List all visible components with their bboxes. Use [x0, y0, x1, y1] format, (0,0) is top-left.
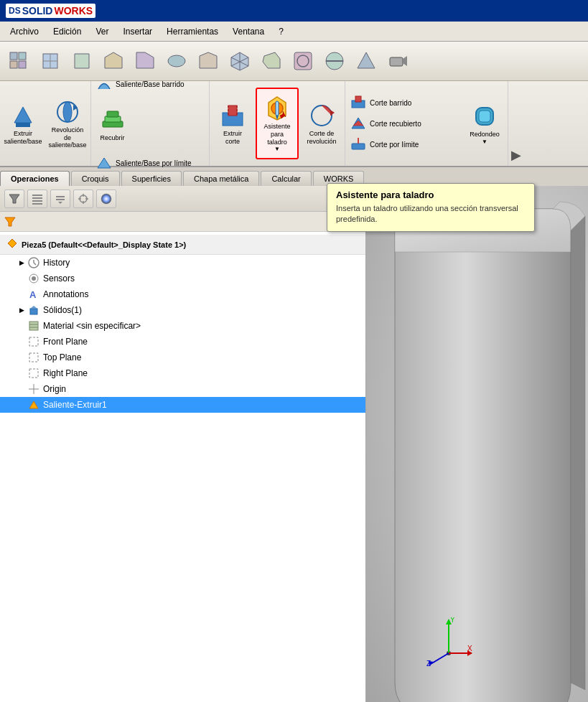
filter-icon	[4, 216, 16, 228]
tab-chapa-metálica[interactable]: Chapa metálica	[183, 171, 259, 186]
tree-item-sensors[interactable]: Sensors	[0, 271, 365, 286]
menu-item-ver[interactable]: Ver	[88, 24, 116, 39]
tree-item-annotations[interactable]: AAnnotations	[0, 286, 365, 302]
view-left-icon[interactable]	[131, 47, 159, 75]
svg-rect-34	[228, 106, 237, 116]
menu-item-ventana[interactable]: Ventana	[225, 24, 271, 39]
svg-rect-80	[29, 353, 38, 362]
menu-item-edición[interactable]: Edición	[46, 24, 88, 39]
tree-item-saliente-extruir1[interactable]: Saliente-Extruir1	[0, 397, 365, 413]
svg-rect-79	[29, 337, 38, 346]
svg-marker-67	[8, 239, 17, 248]
tree-expand-arrow	[17, 337, 26, 346]
ribbon-group-sweep: Saliente/Base barrido Recubrir	[91, 81, 210, 166]
view-front-icon[interactable]	[36, 47, 65, 75]
svg-text:X: X	[467, 645, 472, 652]
svg-marker-23	[403, 56, 407, 66]
menu-bar: ArchivoEdiciónVerInsertarHerramientasVen…	[0, 22, 588, 42]
tree-expand-arrow[interactable]: ▶	[17, 258, 26, 267]
menu-item-insertar[interactable]: Insertar	[116, 24, 159, 39]
tree-item-origin[interactable]: Origin	[0, 381, 365, 397]
tree-item-material[interactable]: Material <sin especificar>	[0, 318, 365, 334]
saliente-limite-button[interactable]: Saliente/Base por límite	[93, 153, 207, 173]
svg-rect-1	[19, 52, 26, 60]
revolucion-saliente-button[interactable]: Revolucióndesaliente/base	[46, 88, 89, 159]
recubrir-button[interactable]: Recubrir	[93, 95, 132, 152]
tree-item-top-plane[interactable]: Top Plane	[0, 350, 365, 365]
tree-item-icon-top-plane	[27, 351, 40, 364]
tree-item-label-sensors: Sensors	[43, 273, 75, 284]
3d-part	[366, 186, 588, 702]
asistente-taladro-button[interactable]: Asistente para taladro ▼	[256, 88, 299, 159]
menu-item-archivo[interactable]: Archivo	[3, 24, 46, 39]
corte-revolucion-button[interactable]: Corte derevolución	[300, 88, 343, 159]
svg-point-71	[32, 276, 36, 281]
tabs-container: OperacionesCroquisSuperficiesChapa metál…	[0, 171, 365, 186]
view-top-icon[interactable]	[162, 47, 191, 75]
filter-bar	[0, 212, 365, 232]
svg-rect-31	[107, 111, 118, 117]
tree-item-icon-solidos	[27, 304, 40, 317]
collapse-button[interactable]	[50, 189, 70, 208]
tab-superficies[interactable]: Superficies	[121, 171, 182, 186]
tooltip: Asistente para taladro Inserta un taladr…	[327, 183, 535, 232]
svg-rect-55	[32, 200, 42, 202]
tab-calcular[interactable]: Calcular	[261, 171, 311, 186]
view-dimetric-icon[interactable]	[289, 47, 317, 75]
coordinate-axes: Y X Z	[424, 617, 474, 670]
view-trimetric-icon[interactable]	[257, 47, 286, 75]
view-isometric-icon[interactable]	[225, 47, 254, 75]
tree-expand-arrow[interactable]: ▶	[17, 306, 26, 314]
filter-button[interactable]	[4, 189, 24, 208]
view-shaded-icon[interactable]	[352, 47, 381, 75]
tree-item-icon-annotations: A	[27, 288, 40, 301]
corte-recubierto-button[interactable]: Corte recubierto	[347, 113, 462, 134]
svg-marker-43	[330, 110, 335, 116]
colorwheel-button[interactable]	[96, 189, 116, 208]
view-bottom-icon[interactable]	[194, 47, 223, 75]
extruir-corte-button[interactable]: Extruircorte	[211, 88, 254, 159]
extruir-corte-icon	[218, 101, 247, 130]
saliente-barrido-button[interactable]: Saliente/Base barrido	[93, 74, 207, 94]
corte-limite-button[interactable]: Corte por límite	[347, 134, 462, 154]
menu-item-?[interactable]: ?	[271, 24, 291, 39]
sidebar-toolbar	[0, 186, 365, 212]
svg-point-65	[101, 194, 111, 204]
view-right-icon[interactable]	[99, 47, 128, 75]
svg-marker-66	[5, 217, 15, 226]
tree-item-solidos[interactable]: ▶Sólidos(1)	[0, 302, 365, 318]
tree-expand-arrow	[17, 353, 26, 362]
tree-item-history[interactable]: ▶History	[0, 255, 365, 271]
tooltip-description: Inserta un taladro utilizando una secció…	[336, 203, 526, 225]
tree-item-right-plane[interactable]: Right Plane	[0, 365, 365, 381]
tab-croquis[interactable]: Croquis	[71, 171, 120, 186]
app-logo: DS SOLID WORKS	[6, 4, 95, 18]
tree-item-icon-sensors	[27, 272, 40, 285]
view-section-icon[interactable]	[320, 47, 349, 75]
tab-operaciones[interactable]: Operaciones	[0, 171, 70, 186]
svg-line-92	[431, 653, 449, 664]
extruir-saliente-button[interactable]: Extruir saliente/base	[1, 88, 45, 159]
svg-point-27	[63, 102, 72, 122]
list-view-button[interactable]	[27, 189, 47, 208]
redondeo-button[interactable]: Redondeo ▼	[463, 88, 506, 159]
view-back-icon[interactable]	[67, 47, 96, 75]
ribbon-more-button[interactable]: ▶	[511, 147, 521, 163]
svg-marker-24	[14, 107, 32, 123]
view-normal-to-icon[interactable]	[4, 47, 33, 75]
title-bar: DS SOLID WORKS	[0, 0, 588, 22]
tree-item-icon-material	[27, 319, 40, 332]
svg-rect-3	[19, 61, 26, 68]
crosshair-button[interactable]	[73, 189, 93, 208]
viewport[interactable]: Y X Z	[366, 186, 588, 702]
svg-rect-53	[32, 195, 42, 196]
menu-item-herramientas[interactable]: Herramientas	[159, 24, 225, 39]
corte-barrido-button[interactable]: Corte barrido	[347, 93, 462, 113]
svg-rect-74	[30, 309, 37, 314]
tree-root[interactable]: Pieza5 (Default<<Default>_Display State …	[0, 235, 365, 255]
tree-item-label-front-plane: Front Plane	[43, 337, 88, 347]
view-hidden-icon[interactable]	[383, 47, 412, 75]
tree-item-front-plane[interactable]: Front Plane	[0, 334, 365, 350]
redondeo-icon	[470, 102, 499, 131]
tree-item-icon-front-plane	[27, 335, 40, 348]
